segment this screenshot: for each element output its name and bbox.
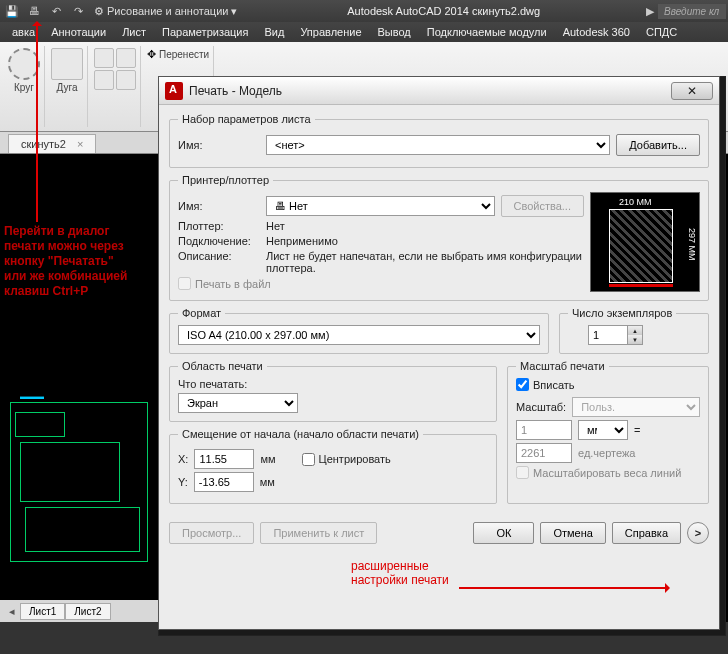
preview-height: 297 MM bbox=[687, 228, 697, 261]
unit2-label: ед.чертежа bbox=[578, 447, 635, 459]
menu-item[interactable]: Управление bbox=[292, 24, 369, 40]
connection-label: Подключение: bbox=[178, 235, 260, 247]
x-input[interactable] bbox=[194, 449, 254, 469]
document-tab[interactable]: скинуть2 × bbox=[8, 134, 96, 153]
mm-label: мм bbox=[260, 453, 275, 465]
plot-area-group: Область печати Что печатать: Экран bbox=[169, 360, 497, 422]
format-select[interactable]: ISO A4 (210.00 x 297.00 мм) bbox=[178, 325, 540, 345]
x-label: X: bbox=[178, 453, 188, 465]
workspace-dropdown[interactable]: ⚙ Рисование и аннотации ▾ bbox=[90, 5, 241, 18]
arc-label: Дуга bbox=[57, 82, 78, 93]
layout-tab[interactable]: Лист2 bbox=[65, 603, 110, 620]
copies-group: Число экземпляров ▲▼ bbox=[559, 307, 709, 354]
cancel-button[interactable]: Отмена bbox=[540, 522, 605, 544]
scale-lineweights-checkbox: Масштабировать веса линий bbox=[516, 466, 700, 479]
tool-icon[interactable] bbox=[116, 70, 136, 90]
description-label: Описание: bbox=[178, 250, 260, 262]
move-label[interactable]: Перенести bbox=[159, 49, 209, 60]
scale-label: Масштаб: bbox=[516, 401, 566, 413]
workspace-label: Рисование и аннотации bbox=[107, 5, 228, 17]
close-button[interactable]: ✕ bbox=[671, 82, 713, 100]
layout-tabs: ◂ Лист1 Лист2 bbox=[0, 600, 158, 622]
menu-item[interactable]: Параметризация bbox=[154, 24, 256, 40]
preview-width: 210 MM bbox=[619, 197, 652, 207]
tool-icon[interactable] bbox=[94, 48, 114, 68]
move-icon: ✥ bbox=[147, 48, 156, 61]
offset-group: Смещение от начала (начало области печат… bbox=[169, 428, 497, 504]
nav-first-icon[interactable]: ◂ bbox=[4, 603, 20, 619]
printer-select[interactable]: 🖶 Нет bbox=[266, 196, 495, 216]
unit1-select[interactable]: мм bbox=[578, 420, 628, 440]
layout-tab[interactable]: Лист1 bbox=[20, 603, 65, 620]
document-tab-label: скинуть2 bbox=[21, 138, 66, 150]
autocad-logo-icon bbox=[165, 82, 183, 100]
menu-item[interactable]: СПДС bbox=[638, 24, 685, 40]
properties-button: Свойства... bbox=[501, 195, 584, 217]
format-legend: Формат bbox=[178, 307, 225, 319]
scale-legend: Масштаб печати bbox=[516, 360, 609, 372]
plot-area-legend: Область печати bbox=[178, 360, 267, 372]
description-value: Лист не будет напечатан, если не выбрать… bbox=[266, 250, 584, 274]
what-select[interactable]: Экран bbox=[178, 393, 298, 413]
menu-item[interactable]: Лист bbox=[114, 24, 154, 40]
gear-icon: ⚙ bbox=[94, 5, 104, 18]
equals-label: = bbox=[634, 424, 640, 436]
plotter-value: Нет bbox=[266, 220, 285, 232]
connection-value: Неприменимо bbox=[266, 235, 338, 247]
menu-item[interactable]: Autodesk 360 bbox=[555, 24, 638, 40]
arc-tool-icon[interactable] bbox=[51, 48, 83, 80]
preview-underline bbox=[609, 284, 673, 287]
copies-legend: Число экземпляров bbox=[568, 307, 676, 319]
circle-label: Круг bbox=[14, 82, 34, 93]
center-checkbox[interactable]: Центрировать bbox=[302, 453, 391, 466]
apply-button: Применить к лист bbox=[260, 522, 377, 544]
close-icon[interactable]: × bbox=[77, 138, 83, 150]
help-button[interactable]: Справка bbox=[612, 522, 681, 544]
printer-legend: Принтер/плоттер bbox=[178, 174, 273, 186]
preview-button: Просмотр... bbox=[169, 522, 254, 544]
redo-icon[interactable]: ↷ bbox=[68, 2, 88, 20]
what-label: Что печатать: bbox=[178, 378, 488, 390]
menu-item[interactable]: Подключаемые модули bbox=[419, 24, 555, 40]
menu-item[interactable]: Вид bbox=[256, 24, 292, 40]
dialog-titlebar: Печать - Модель ✕ bbox=[159, 77, 719, 105]
menu-item[interactable]: Вывод bbox=[370, 24, 419, 40]
annotation-text: Перейти в диалог печати можно через кноп… bbox=[4, 224, 127, 299]
annotation-arrow bbox=[36, 22, 38, 222]
page-setup-select[interactable]: <нет> bbox=[266, 135, 610, 155]
unit1-input bbox=[516, 420, 572, 440]
dialog-title: Печать - Модель bbox=[189, 84, 671, 98]
copies-input[interactable] bbox=[588, 325, 628, 345]
page-setup-group: Набор параметров листа Имя: <нет> Добави… bbox=[169, 113, 709, 168]
scale-group: Масштаб печати Вписать Масштаб: Польз. м… bbox=[507, 360, 709, 504]
spin-up-icon[interactable]: ▲ bbox=[628, 326, 642, 335]
spin-down-icon[interactable]: ▼ bbox=[628, 335, 642, 344]
menu-bar: авка Аннотации Лист Параметризация Вид У… bbox=[0, 22, 728, 42]
app-title: Autodesk AutoCAD 2014 скинуть2.dwg bbox=[243, 5, 644, 17]
tool-icon[interactable] bbox=[94, 70, 114, 90]
menu-item[interactable]: Аннотации bbox=[43, 24, 114, 40]
scale-select: Польз. bbox=[572, 397, 700, 417]
printer-group: Принтер/плоттер Имя: 🖶 Нет Свойства... П… bbox=[169, 174, 709, 301]
quick-access-toolbar: 💾 🖶 ↶ ↷ ⚙ Рисование и аннотации ▾ Autode… bbox=[0, 0, 728, 22]
save-icon[interactable]: 💾 bbox=[2, 2, 22, 20]
expand-button[interactable]: > bbox=[687, 522, 709, 544]
page-setup-legend: Набор параметров листа bbox=[178, 113, 315, 125]
search-input[interactable]: Введите кл bbox=[658, 4, 726, 19]
annotation-right: расширенные настройки печати bbox=[351, 559, 449, 587]
print-to-file-checkbox: Печать в файл bbox=[178, 277, 584, 290]
chevron-down-icon: ▾ bbox=[231, 5, 237, 18]
unit2-input bbox=[516, 443, 572, 463]
format-group: Формат ISO A4 (210.00 x 297.00 мм) bbox=[169, 307, 549, 354]
undo-icon[interactable]: ↶ bbox=[46, 2, 66, 20]
add-button[interactable]: Добавить... bbox=[616, 134, 700, 156]
name-label: Имя: bbox=[178, 139, 260, 151]
annotation-arrow-right bbox=[459, 587, 669, 589]
search-arrow-icon: ▶ bbox=[646, 5, 654, 18]
ok-button[interactable]: ОК bbox=[473, 522, 534, 544]
fit-checkbox[interactable]: Вписать bbox=[516, 378, 700, 391]
drawing-preview: ▬▬▬ bbox=[0, 382, 158, 572]
offset-legend: Смещение от начала (начало области печат… bbox=[178, 428, 423, 440]
tool-icon[interactable] bbox=[116, 48, 136, 68]
y-input[interactable] bbox=[194, 472, 254, 492]
